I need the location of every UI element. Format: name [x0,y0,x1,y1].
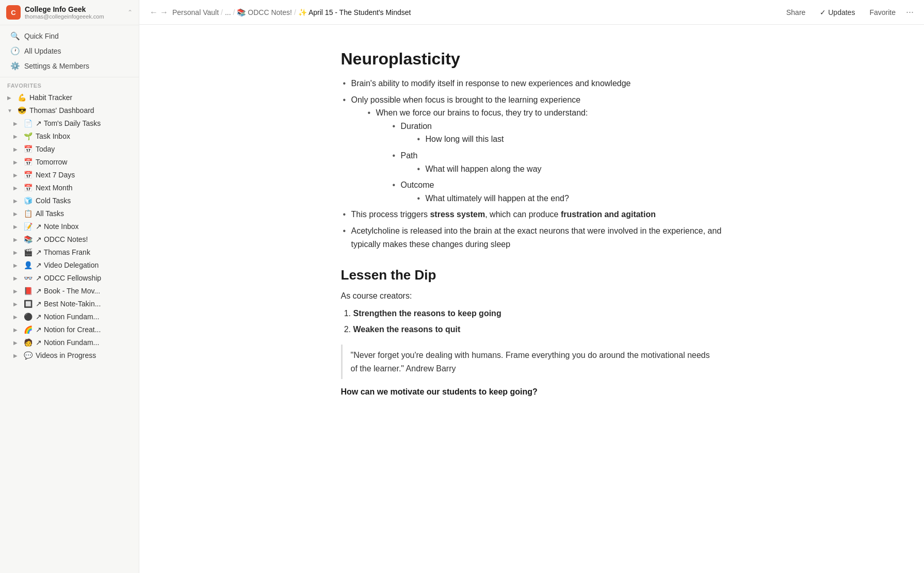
chevron-right-icon: ▶ [13,263,21,268]
bullet-text: When we force our brains to focus, they … [376,108,588,117]
sidebar-item-video-delegation[interactable]: ▶ 👤 ↗ Video Delegation [2,259,137,271]
favorites-label: FAVORITES [0,77,139,91]
chevron-right-icon: ▶ [7,95,14,101]
ordered-item-1: Strengthen the reasons to keep going [353,309,501,318]
forward-button[interactable]: → [160,8,168,17]
bullets-level1: Brain's ability to modify itself in resp… [341,77,723,205]
chevron-right-icon: ▶ [13,224,21,230]
sidebar-item-task-inbox[interactable]: ▶ 🌱 Task Inbox [2,130,137,142]
odcc-fellowship-label: ↗ ODCC Fellowship [36,274,132,282]
sidebar-item-notion-fundam-2[interactable]: ▶ 🧑 ↗ Notion Fundam... [2,336,137,349]
sidebar-item-next-7-days[interactable]: ▶ 📅 Next 7 Days [2,169,137,181]
sidebar-item-notion-fundam[interactable]: ▶ ⚫ ↗ Notion Fundam... [2,310,137,323]
sidebar-item-today[interactable]: ▶ 📅 Today [2,143,137,155]
chevron-right-icon: ▶ [13,211,21,217]
quick-find-label: Quick Find [24,32,59,40]
breadcrumb-separator: / [294,8,296,17]
bullet-text: Only possible when focus is brought to t… [351,95,581,104]
clock-icon: 🕐 [10,46,20,56]
sidebar-item-odcc-fellowship[interactable]: ▶ 👓 ↗ ODCC Fellowship [2,272,137,284]
chevron-right-icon: ▶ [13,172,21,178]
list-item: When we force our brains to focus, they … [366,106,723,205]
section2-title: Lessen the Dip [341,267,723,283]
tomorrow-label: Tomorrow [36,158,132,166]
sidebar-item-note-inbox[interactable]: ▶ 📝 ↗ Note Inbox [2,220,137,233]
chevron-right-icon: ▶ [13,301,21,307]
list-item: Only possible when focus is brought to t… [341,93,723,205]
notion-fundam-2-label: ↗ Notion Fundam... [36,338,132,347]
list-item: What will happen along the way [415,162,723,176]
favorite-button[interactable]: Favorite [865,6,900,19]
sidebar-item-all-tasks[interactable]: ▶ 📋 All Tasks [2,207,137,220]
workspace-chevron-icon[interactable]: ⌃ [127,9,133,16]
workspace-header[interactable]: C College Info Geek thomas@collegeinfoge… [0,0,139,25]
chevron-right-icon: ▶ [13,146,21,152]
sidebar: C College Info Geek thomas@collegeinfoge… [0,0,139,573]
bullets-level3: Duration How long will this last Path Wh… [391,120,723,205]
blockquote: "Never forget you're dealing with humans… [341,345,723,379]
notion-fundam-label: ↗ Notion Fundam... [36,313,132,321]
bullet-text: Duration [401,122,432,130]
cold-tasks-label: Cold Tasks [36,197,132,205]
today-label: Today [36,145,132,153]
sidebar-item-cold-tasks[interactable]: ▶ 🧊 Cold Tasks [2,194,137,207]
stress-bold: stress system [430,210,485,219]
sidebar-item-notion-for-creat[interactable]: ▶ 🌈 ↗ Notion for Creat... [2,323,137,336]
sidebar-item-next-month[interactable]: ▶ 📅 Next Month [2,182,137,194]
chevron-right-icon: ▶ [13,288,21,294]
chevron-right-icon: ▶ [13,237,21,242]
chevron-right-icon: ▶ [13,134,21,139]
videos-in-progress-label: Videos in Progress [36,351,132,359]
sidebar-tree: ▶ 💪 Habit Tracker ▼ 😎 Thomas' Dashboard … [0,91,139,362]
breadcrumb-personal-vault[interactable]: Personal Vault [172,8,219,17]
main-panel: ← → Personal Vault / ... / 📚 ODCC Notes!… [139,0,924,573]
sidebar-item-toms-daily-tasks[interactable]: ▶ 📄 ↗ Tom's Daily Tasks [2,117,137,129]
breadcrumb-odcc-notes[interactable]: 📚 ODCC Notes! [237,8,291,17]
sidebar-item-quick-find[interactable]: 🔍 Quick Find [3,29,136,43]
sidebar-item-thomas-frank[interactable]: ▶ 🎬 ↗ Thomas Frank [2,246,137,258]
bullets-level4: What ultimately will happen at the end? [415,192,723,205]
list-item: This process triggers stress system, whi… [341,208,723,221]
chevron-right-icon: ▶ [13,198,21,204]
stress-bold2: frustration and agitation [561,210,656,219]
next-month-label: Next Month [36,184,132,192]
sidebar-item-odcc-notes[interactable]: ▶ 📚 ↗ ODCC Notes! [2,233,137,245]
sidebar-item-tomorrow[interactable]: ▶ 📅 Tomorrow [2,156,137,168]
ordered-item-2: Weaken the reasons to quit [353,325,461,334]
sidebar-item-settings[interactable]: ⚙️ Settings & Members [3,59,136,73]
chevron-right-icon: ▶ [13,250,21,255]
note-inbox-label: ↗ Note Inbox [36,222,132,231]
sidebar-item-book-the-mov[interactable]: ▶ 📕 ↗ Book - The Mov... [2,285,137,297]
stress-pre: This process triggers [351,210,430,219]
updates-button[interactable]: ✓ Updates [816,6,859,19]
toms-daily-tasks-label: ↗ Tom's Daily Tasks [36,119,132,127]
bullet-text: Path [401,151,418,160]
share-button[interactable]: Share [782,6,809,19]
ordered-list: Strengthen the reasons to keep going Wea… [353,307,723,336]
thomas-frank-label: ↗ Thomas Frank [36,248,132,256]
workspace-info: College Info Geek thomas@collegeinfogeee… [25,5,123,20]
back-button[interactable]: ← [150,8,158,17]
breadcrumb-ellipsis[interactable]: ... [225,8,231,17]
workspace-email: thomas@collegeinfogeeek.com [25,13,123,20]
chevron-down-icon: ▼ [7,108,14,113]
sidebar-item-habit-tracker[interactable]: ▶ 💪 Habit Tracker [2,91,137,104]
more-options-button[interactable]: ··· [906,7,914,18]
book-label: ↗ Book - The Mov... [36,287,132,295]
chevron-right-icon: ▶ [13,314,21,320]
sidebar-item-all-updates[interactable]: 🕐 All Updates [3,44,136,58]
sidebar-item-videos-in-progress[interactable]: ▶ 💬 Videos in Progress [2,349,137,362]
list-item: Outcome What ultimately will happen at t… [391,178,723,205]
sidebar-item-best-note-taking[interactable]: ▶ 🔲 ↗ Best Note-Takin... [2,298,137,310]
list-item: Duration How long will this last [391,120,723,146]
sidebar-item-thomas-dashboard[interactable]: ▼ 😎 Thomas' Dashboard [2,104,137,117]
all-tasks-label: All Tasks [36,209,132,218]
section1-title: Neuroplasticity [341,50,723,69]
best-note-taking-label: ↗ Best Note-Takin... [36,300,132,308]
stress-mid: , which can produce [485,210,561,219]
chevron-right-icon: ▶ [13,353,21,358]
all-updates-label: All Updates [24,47,61,55]
chevron-right-icon: ▶ [13,159,21,165]
para-intro: As course creators: [341,289,723,303]
odcc-notes-label: ↗ ODCC Notes! [36,235,132,243]
